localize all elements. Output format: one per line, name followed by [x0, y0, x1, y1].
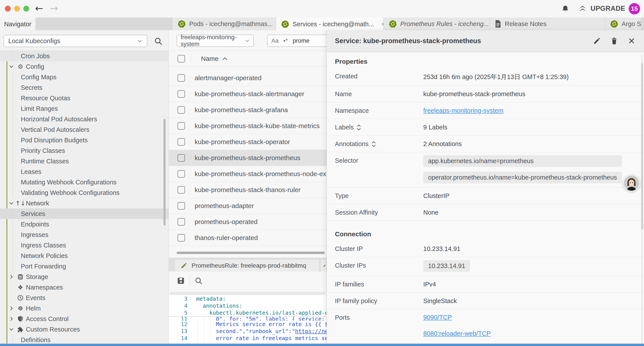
row-checkbox[interactable] [178, 186, 185, 194]
table-row-prometheus-operated[interactable]: prometheus-operated [169, 214, 326, 230]
sidebar-item-ingress-classes[interactable]: Ingress Classes [0, 240, 168, 251]
chevron-right-icon[interactable] [9, 306, 14, 311]
table-row-kube-prometheus-stack-prometheus[interactable]: kube-prometheus-stack-prometheus [169, 150, 326, 166]
row-checkbox[interactable] [178, 138, 185, 146]
sidebar-item-leases[interactable]: Leases [0, 166, 168, 177]
tab-pods-icecheng-mathmas[interactable]: Pods - icecheng@mathmas... [172, 17, 276, 30]
tab-argo-se[interactable]: Argo Se [605, 17, 641, 30]
delete-trash-icon[interactable] [611, 37, 618, 45]
tab-navigator[interactable]: Navigator [0, 17, 36, 31]
horizontal-scrollbar[interactable] [177, 252, 325, 254]
expand-collapse-icon[interactable] [357, 124, 361, 131]
sidebar-search-icon[interactable] [154, 37, 163, 45]
sidebar-item-network-policies[interactable]: Network Policies [0, 251, 168, 261]
assistant-avatar[interactable] [623, 175, 640, 192]
zoom-window-button[interactable] [23, 6, 29, 11]
table-row-kube-prometheus-stack-alertmanager[interactable]: kube-prometheus-stack-alertmanager [169, 86, 326, 102]
row-checkbox[interactable] [178, 90, 185, 98]
sidebar-item-helm[interactable]: ☸Helm [0, 303, 168, 314]
forward-arrow-icon[interactable]: → [50, 3, 58, 13]
minimize-window-button[interactable] [14, 6, 20, 11]
sidebar-item-config[interactable]: ⚙Config [0, 61, 168, 72]
table-row-kube-prometheus-stack-thanos-ruler[interactable]: kube-prometheus-stack-thanos-ruler [169, 182, 326, 198]
details-scrollbar-thumb[interactable] [641, 63, 643, 230]
sidebar-item-storage[interactable]: Storage [0, 272, 168, 282]
close-window-button[interactable] [5, 6, 11, 11]
sidebar-item-validating-webhook-configurations[interactable]: Validating Webhook Configurations [0, 187, 168, 198]
sidebar-item-config-maps[interactable]: Config Maps [0, 72, 168, 82]
row-checkbox[interactable] [178, 154, 185, 162]
editor-search-icon[interactable] [194, 277, 203, 285]
notifications-bell-icon[interactable] [561, 4, 570, 13]
sidebar-item-custom-resources[interactable]: Custom Resources [0, 324, 168, 335]
sidebar-item-access-control[interactable]: Access Control [0, 314, 168, 324]
table-row-prometheus-adapter[interactable]: prometheus-adapter [169, 198, 326, 214]
sidebar-item-cron-jobs[interactable]: Cron Jobs [0, 51, 168, 61]
table-row-kube-prometheus-stack-operator[interactable]: kube-prometheus-stack-operator [169, 134, 326, 150]
code-link[interactable]: https://net [295, 328, 332, 335]
row-checkbox[interactable] [178, 218, 185, 226]
back-arrow-icon[interactable]: ← [35, 3, 43, 13]
chevron-right-icon[interactable] [9, 274, 14, 280]
chevron-down-icon[interactable] [9, 64, 14, 69]
chevron-right-icon[interactable] [9, 316, 14, 322]
editor-tab-prometheusrule[interactable]: PrometheusRule: freeleaps-prod-rabbitmq [175, 259, 319, 272]
sidebar-item-priority-classes[interactable]: Priority Classes [0, 145, 168, 156]
sidebar-item-events[interactable]: Events [0, 293, 168, 303]
sidebar-item-namespaces[interactable]: ❖Namespaces [0, 282, 168, 293]
editor-minimized-bar[interactable] [170, 292, 325, 295]
table-row-kube-prometheus-stack-kube-state-metrics[interactable]: kube-prometheus-stack-kube-state-metrics [169, 118, 326, 134]
row-checkbox[interactable] [178, 234, 185, 242]
kubeconfig-select[interactable]: Local Kubeconfigs [4, 35, 147, 47]
sidebar-item-endpoints[interactable]: Endpoints [0, 219, 168, 230]
row-checkbox[interactable] [178, 122, 185, 130]
detail-value: SingleStack [423, 293, 457, 309]
tab-release-notes[interactable]: Release Notes [490, 17, 605, 30]
notification-badge[interactable]: 15 [629, 3, 640, 14]
select-all-checkbox[interactable] [178, 55, 185, 62]
expand-collapse-icon[interactable] [372, 141, 376, 147]
row-checkbox[interactable] [178, 202, 185, 210]
sidebar-item-port-forwarding[interactable]: Port Forwarding [0, 261, 168, 272]
chevron-down-icon[interactable] [9, 327, 14, 332]
close-tab-icon[interactable]: × [382, 20, 384, 28]
edit-pencil-icon[interactable] [593, 37, 600, 45]
tab-prometheus-rules-icecheng[interactable]: Prometheus Rules - icecheng... [384, 17, 490, 30]
table-row-thanos-ruler-operated[interactable]: thanos-ruler-operated [169, 230, 326, 246]
sidebar-item-horizontal-pod-autoscalers[interactable]: Horizontal Pod Autoscalers [0, 114, 168, 124]
row-checkbox[interactable] [178, 106, 185, 114]
sidebar-item-runtime-classes[interactable]: Runtime Classes [0, 156, 168, 166]
save-icon[interactable] [177, 277, 185, 285]
close-icon[interactable]: ✕ [628, 37, 635, 45]
sort-ascending-icon[interactable] [222, 56, 228, 61]
upgrade-button[interactable]: UPGRADE [578, 4, 625, 13]
sidebar-item-limit-ranges[interactable]: Limit Ranges [0, 103, 168, 114]
port-link[interactable]: 9090/TCP [423, 314, 452, 321]
sidebar-item-mutating-webhook-configurations[interactable]: Mutating Webhook Configurations [0, 177, 168, 187]
namespace-select[interactable]: freeleaps-monitoring-system [177, 34, 254, 47]
row-checkbox[interactable] [178, 74, 185, 82]
sidebar-item-secrets[interactable]: Secrets [0, 82, 168, 93]
detail-row-ip-families: IP familiesIPv4 [327, 276, 644, 293]
sidebar-item-pod-disruption-budgets[interactable]: Pod Disruption Budgets [0, 135, 168, 145]
yaml-editor[interactable]: 3metadata:4annotations:5kubectl.kubernet… [169, 295, 326, 346]
sidebar-item-network[interactable]: ↑↓Network [0, 198, 168, 209]
sidebar-item-ingresses[interactable]: Ingresses [0, 230, 168, 240]
regex-toggle[interactable]: ▪* [284, 37, 288, 44]
row-checkbox[interactable] [178, 170, 185, 178]
sidebar-item-services[interactable]: Services [0, 209, 168, 219]
match-case-toggle[interactable]: Aa [271, 37, 278, 44]
name-filter-input[interactable]: Aa ▪* prome [267, 34, 330, 47]
editor-tab-partial[interactable] [320, 259, 326, 272]
port-link[interactable]: 8080:reloader-web/TCP [423, 330, 491, 337]
sidebar-scrollbar[interactable] [164, 119, 166, 226]
tab-services-icecheng-math[interactable]: Services - icecheng@math...× [276, 17, 384, 31]
sidebar-item-resource-quotas[interactable]: Resource Quotas [0, 93, 168, 103]
chevron-down-icon[interactable] [9, 201, 14, 206]
table-row-kube-prometheus-stack-prometheus-node-expor[interactable]: kube-prometheus-stack-prometheus-node-ex… [169, 166, 326, 182]
name-column-header[interactable]: Name [201, 55, 218, 62]
table-row-kube-prometheus-stack-grafana[interactable]: kube-prometheus-stack-grafana [169, 102, 326, 118]
sidebar-item-vertical-pod-autoscalers[interactable]: Vertical Pod Autoscalers [0, 124, 168, 135]
table-row-alertmanager-operated[interactable]: alertmanager-operated [169, 70, 326, 86]
namespace-link[interactable]: freeleaps-monitoring-system [423, 107, 504, 114]
